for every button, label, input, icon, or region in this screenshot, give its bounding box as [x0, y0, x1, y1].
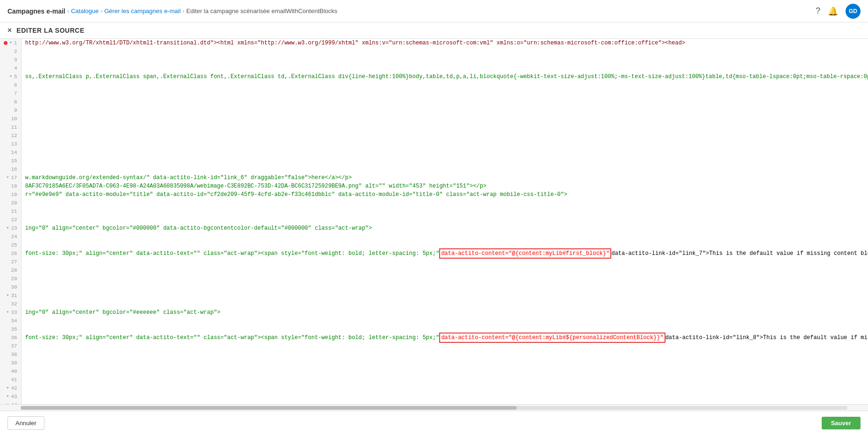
code-line [25, 98, 868, 106]
code-line [25, 317, 868, 325]
fold-arrow[interactable]: ▾ [6, 392, 9, 401]
code-line [25, 199, 868, 207]
fold-arrow[interactable]: ▾ [9, 39, 12, 47]
scrollbar-track[interactable] [21, 406, 847, 410]
close-button[interactable]: × [7, 26, 12, 35]
breadcrumb-catalogue[interactable]: Catalogue [71, 7, 99, 14]
fold-arrow[interactable]: ▾ [9, 72, 12, 81]
code-line [25, 165, 868, 174]
code-line: font-size: 30px;" align="center" data-ac… [25, 334, 868, 342]
code-text: ing="0" align="center" bgcolor="#000000"… [25, 224, 372, 232]
line-number: 26 [4, 249, 17, 258]
code-text: ss,.ExternalClass p,.ExternalClass span,… [25, 72, 868, 81]
line-number: ▾17 [4, 174, 17, 182]
line-number: 28 [4, 266, 17, 275]
code-line [25, 384, 868, 392]
line-number: ▾43 [4, 392, 17, 401]
code-line: ss,.ExternalClass p,.ExternalClass span,… [25, 72, 868, 81]
line-number: 22 [4, 216, 17, 224]
code-line [25, 207, 868, 216]
line-number: 19 [4, 190, 17, 199]
fold-arrow[interactable]: ▾ [6, 224, 9, 232]
line-number: ▾33 [4, 308, 17, 317]
code-line [25, 216, 868, 224]
code-text: font-size: 30px;" align="center" data-ac… [25, 334, 440, 342]
code-line [25, 106, 868, 115]
code-text-after: data-actito-link-id="link_7">This is the… [611, 249, 868, 258]
line-number: ▾5 [4, 72, 17, 81]
save-button[interactable]: Sauver [822, 417, 861, 429]
code-line: ing="0" align="center" bgcolor="#eeeeee"… [25, 308, 868, 317]
code-line [25, 266, 868, 275]
code-line [25, 131, 868, 140]
code-line: w.markdownguide.org/extended-syntax/" da… [25, 174, 868, 182]
code-line [25, 148, 868, 157]
line-number: 16 [4, 165, 17, 174]
sep-2: › [101, 8, 102, 14]
code-line [25, 81, 868, 89]
editor-title: EDITER LA SOURCE [16, 27, 84, 34]
error-dot [4, 41, 7, 45]
line-number: 34 [4, 317, 17, 325]
code-line [25, 367, 868, 376]
code-line [25, 64, 868, 72]
line-number: 8 [4, 98, 17, 106]
line-number: 3 [4, 56, 17, 64]
fold-arrow[interactable]: ▾ [6, 308, 9, 317]
help-icon[interactable]: ? [816, 6, 820, 16]
line-number: 10 [4, 115, 17, 123]
line-number: 14 [4, 148, 17, 157]
line-number: 11 [4, 123, 17, 131]
line-number: 24 [4, 232, 17, 241]
horizontal-scrollbar[interactable] [0, 404, 868, 411]
code-line [25, 342, 868, 350]
line-number: 21 [4, 207, 17, 216]
avatar[interactable]: GD [846, 4, 861, 19]
editor-container: ▾1234▾5678910111213141516▾171819202122▾2… [0, 39, 868, 411]
line-number: ▾23 [4, 224, 17, 232]
line-number: 7 [4, 89, 17, 98]
line-number: 18 [4, 182, 17, 190]
code-line: ing="0" align="center" bgcolor="#000000"… [25, 224, 868, 232]
code-line [25, 123, 868, 131]
scrollbar-thumb[interactable] [21, 406, 517, 410]
code-line [25, 350, 868, 359]
fold-arrow[interactable]: ▾ [6, 401, 9, 404]
bell-icon[interactable]: 🔔 [828, 6, 838, 16]
breadcrumb-manage[interactable]: Gérer les campagnes e-mail [104, 7, 181, 14]
line-number: ▾1 [4, 39, 17, 47]
line-number: ▾44 [4, 401, 17, 404]
line-number: 27 [4, 258, 17, 266]
highlighted-content-attr-2: data-actito-content="@{content:myLib#${p… [439, 333, 665, 343]
code-line: 8AF3C70185A6EC/3F05AD7A-C063-4E98-A24A03… [25, 182, 868, 190]
code-line [25, 283, 868, 291]
code-line [25, 258, 868, 266]
line-number: 12 [4, 131, 17, 140]
sep-3: › [182, 8, 184, 14]
code-text: http://www.w3.org/TR/xhtml1/DTD/xhtml1-t… [25, 39, 685, 47]
line-number: 15 [4, 157, 17, 165]
line-number: 4 [4, 64, 17, 72]
code-line [25, 275, 868, 283]
code-text: font-size: 30px;" align="center" data-ac… [25, 249, 440, 258]
line-number: 25 [4, 241, 17, 249]
fold-arrow[interactable]: ▾ [6, 291, 9, 300]
highlighted-content-attr: data-actito-content="@{content:myLib#fir… [439, 248, 611, 259]
line-number: 20 [4, 199, 17, 207]
code-line: font-size: 30px;" align="center" data-ac… [25, 249, 868, 258]
code-line [25, 401, 868, 404]
code-line [25, 232, 868, 241]
line-number: 38 [4, 350, 17, 359]
code-line [25, 157, 868, 165]
fold-arrow[interactable]: ▾ [6, 384, 9, 392]
line-number: 30 [4, 283, 17, 291]
code-line [25, 392, 868, 401]
app-title: Campagnes e-mail [7, 7, 65, 15]
fold-arrow[interactable]: ▾ [6, 174, 9, 182]
code-line [25, 115, 868, 123]
cancel-button[interactable]: Annuler [7, 416, 44, 430]
code-area[interactable]: ▾1234▾5678910111213141516▾171819202122▾2… [0, 39, 868, 404]
line-number: 2 [4, 47, 17, 56]
breadcrumb-current: Editer la campagne scénarisée emailWithC… [186, 7, 337, 14]
code-text-after: data-actito-link-id="link_8">This is the… [665, 334, 868, 342]
